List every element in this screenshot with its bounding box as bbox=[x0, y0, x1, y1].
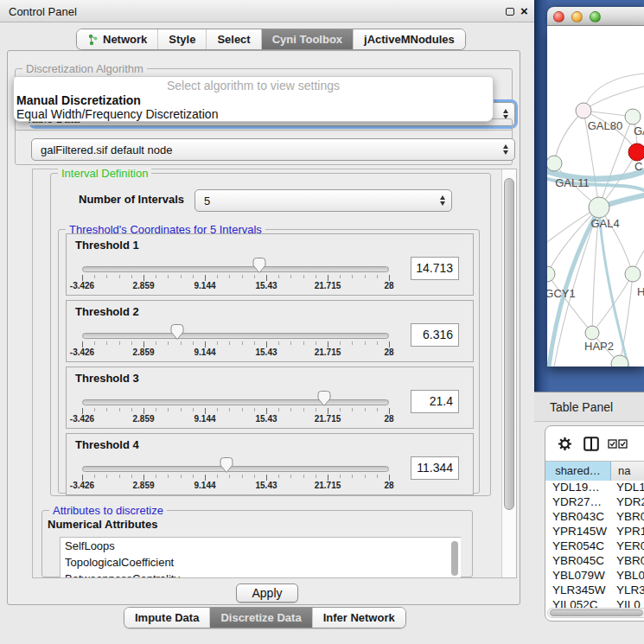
cell-shared-name[interactable]: YDL19… bbox=[552, 480, 609, 494]
attribute-item-selfloops[interactable]: SelfLoops bbox=[61, 538, 461, 554]
threshold-value-field[interactable]: 21.4 bbox=[411, 390, 459, 413]
tab-select[interactable]: Select bbox=[206, 29, 260, 49]
table-row[interactable]: YBL079WYBL0 bbox=[545, 568, 644, 583]
cell-name[interactable]: YDL1 bbox=[616, 480, 644, 494]
table-horizontal-scrollbar[interactable] bbox=[547, 608, 644, 618]
minor-tick bbox=[106, 341, 107, 345]
cell-name[interactable]: YER0 bbox=[616, 539, 644, 553]
minor-tick bbox=[217, 475, 218, 478]
table-row[interactable]: YIL052CYIL0 bbox=[545, 597, 644, 608]
table-row[interactable]: YLR345WYLR3 bbox=[545, 583, 644, 597]
slider-thumb[interactable] bbox=[252, 257, 267, 274]
slider-track[interactable] bbox=[82, 333, 389, 339]
network-canvas[interactable]: GAL80GACGAL11GAL4GCY1HHAP2 bbox=[547, 26, 644, 367]
slider-track[interactable] bbox=[82, 466, 389, 472]
attribute-items: SelfLoopsTopologicalCoefficientBetweenne… bbox=[61, 538, 461, 577]
apply-button[interactable]: Apply bbox=[236, 583, 298, 603]
cell-shared-name[interactable]: YER054C bbox=[552, 539, 609, 553]
cell-name[interactable]: YPR1 bbox=[616, 524, 644, 539]
node-h-partial[interactable] bbox=[625, 266, 641, 282]
attribute-item-betweennesscentrality[interactable]: BetweennessCentrality bbox=[61, 571, 461, 577]
network-edge[interactable] bbox=[547, 274, 592, 333]
tab-infer-network[interactable]: Infer Network bbox=[312, 608, 405, 628]
pane-scrollbar-thumb[interactable] bbox=[504, 178, 514, 510]
control-panel: Control Panel × NetworkStyleSelectCyni T… bbox=[0, 0, 534, 644]
slider-thumb[interactable] bbox=[219, 456, 234, 474]
popup-option-equal-width-frequency-discretization[interactable]: Equal Width/Frequency Discretization bbox=[16, 107, 492, 121]
list-scrollbar-thumb[interactable] bbox=[451, 541, 458, 576]
tab-cyni-toolbox[interactable]: Cyni Toolbox bbox=[261, 29, 353, 49]
pane-scrollbar[interactable] bbox=[501, 169, 516, 577]
threshold-value-field[interactable]: 11.344 bbox=[411, 456, 459, 480]
cell-shared-name[interactable]: YIL052C bbox=[552, 597, 609, 608]
cell-name[interactable]: YBR0 bbox=[616, 553, 644, 568]
cell-shared-name[interactable]: YBR043C bbox=[552, 509, 609, 524]
table-row[interactable]: YDR27…YDR2 bbox=[545, 494, 644, 509]
cell-shared-name[interactable]: YBR045C bbox=[552, 553, 609, 568]
slider-track[interactable] bbox=[82, 266, 389, 272]
minimize-traffic-light-icon[interactable] bbox=[571, 11, 583, 22]
popup-option-manual-discretization[interactable]: Manual Discretization bbox=[16, 93, 492, 107]
slider-track[interactable] bbox=[82, 399, 389, 405]
cell-shared-name[interactable]: YLR345W bbox=[552, 583, 609, 597]
tab-network[interactable]: Network bbox=[77, 29, 157, 49]
attribute-item-topologicalcoefficient[interactable]: TopologicalCoefficient bbox=[61, 554, 461, 571]
network-window-titlebar[interactable] bbox=[547, 7, 644, 26]
cell-shared-name[interactable]: YDR27… bbox=[552, 494, 609, 509]
cell-name[interactable]: YLR3 bbox=[616, 583, 644, 597]
major-tick bbox=[143, 475, 144, 481]
tick-label: 9.144 bbox=[194, 414, 215, 424]
node-gal11[interactable] bbox=[547, 156, 562, 171]
major-tick bbox=[328, 408, 328, 414]
tab-impute-data[interactable]: Impute Data bbox=[124, 608, 209, 628]
table-row[interactable]: YBR045CYBR0 bbox=[545, 553, 644, 568]
node-gal-partial[interactable] bbox=[625, 109, 641, 124]
network-edge[interactable] bbox=[554, 111, 583, 163]
threshold-value-field[interactable]: 6.316 bbox=[411, 323, 459, 347]
tab-style[interactable]: Style bbox=[157, 29, 206, 49]
node-gal80[interactable] bbox=[576, 103, 591, 118]
numerical-attributes-list[interactable]: SelfLoopsTopologicalCoefficientBetweenne… bbox=[60, 537, 461, 577]
tab-jactivemnodules[interactable]: jActiveMNodules bbox=[353, 29, 465, 49]
node-gcy1[interactable] bbox=[547, 266, 555, 282]
node-hap2[interactable] bbox=[585, 326, 599, 340]
network-edge[interactable] bbox=[620, 274, 633, 364]
minor-tick bbox=[193, 341, 194, 345]
float-window-icon[interactable] bbox=[506, 8, 514, 16]
close-icon[interactable]: × bbox=[520, 3, 528, 18]
select-columns-icon[interactable] bbox=[608, 439, 628, 449]
cell-name[interactable]: YBL0 bbox=[616, 568, 644, 583]
threshold-label: Threshold 1 bbox=[75, 239, 139, 252]
zoom-traffic-light-icon[interactable] bbox=[590, 11, 601, 22]
table-row[interactable]: YER054CYER0 bbox=[545, 539, 644, 553]
major-tick bbox=[205, 275, 206, 281]
group-title: Attributes to discretize bbox=[49, 504, 167, 517]
node-red[interactable] bbox=[628, 143, 644, 161]
cell-shared-name[interactable]: YPR145W bbox=[552, 524, 609, 539]
table-hscroll-thumb[interactable] bbox=[550, 609, 643, 616]
table-row[interactable]: YBR043CYBR0 bbox=[545, 509, 644, 524]
threshold-value-field[interactable]: 14.713 bbox=[411, 257, 459, 280]
number-of-intervals-select[interactable]: 5 bbox=[194, 189, 452, 212]
table-row[interactable]: YPR145WYPR1 bbox=[545, 524, 644, 539]
columns-icon[interactable] bbox=[583, 437, 599, 451]
tab-discretize-data[interactable]: Discretize Data bbox=[209, 608, 311, 628]
slider-thumb[interactable] bbox=[169, 323, 185, 341]
table-row[interactable]: YDL19…YDL1 bbox=[545, 480, 644, 494]
slider-thumb[interactable] bbox=[316, 390, 332, 407]
close-traffic-light-icon[interactable] bbox=[553, 11, 564, 22]
node-gal4-label: GAL4 bbox=[590, 217, 619, 230]
cell-shared-name[interactable]: YBL079W bbox=[552, 568, 609, 583]
column-header-name[interactable]: na bbox=[611, 462, 644, 481]
cell-name[interactable]: YIL0 bbox=[616, 597, 644, 608]
minor-tick bbox=[217, 341, 218, 345]
minor-tick bbox=[352, 275, 353, 278]
cell-name[interactable]: YDR2 bbox=[616, 494, 644, 509]
node-gal4[interactable] bbox=[589, 197, 609, 218]
cell-name[interactable]: YBR0 bbox=[616, 509, 644, 524]
minor-tick bbox=[316, 275, 316, 278]
table-data-select[interactable]: galFiltered.sif default node bbox=[31, 138, 515, 161]
gear-icon[interactable] bbox=[558, 437, 572, 451]
network-edge[interactable] bbox=[583, 86, 644, 111]
column-header-shared-name[interactable]: shared… bbox=[545, 462, 611, 481]
